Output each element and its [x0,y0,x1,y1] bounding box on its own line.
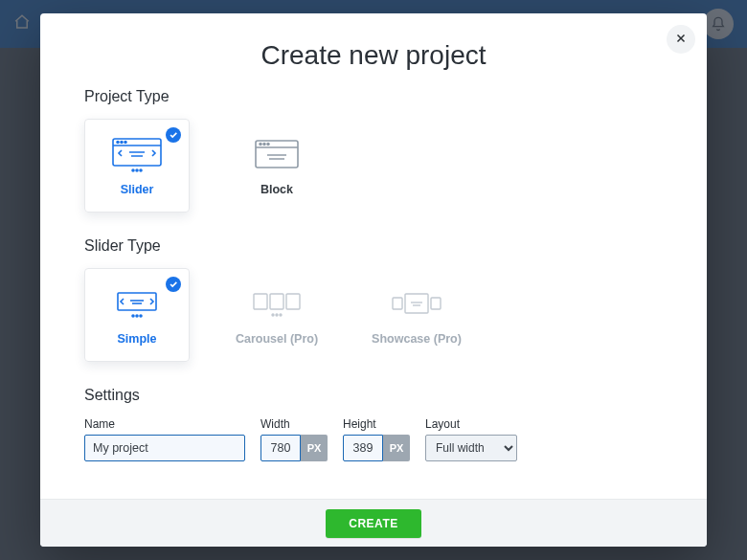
check-icon [166,277,181,292]
svg-rect-23 [254,294,267,309]
name-label: Name [84,417,245,431]
card-label: Slider [121,183,154,196]
width-field-group: Width PX [260,417,328,461]
create-project-modal: Create new project Project Type [40,13,707,547]
project-type-section: Project Type [84,88,663,213]
svg-point-21 [136,315,138,317]
slider-icon [111,135,163,175]
modal-body: Create new project Project Type [40,13,707,499]
svg-point-14 [267,144,269,146]
layout-field-group: Layout Full width [425,417,517,461]
modal-footer: CREATE [40,499,707,547]
project-type-heading: Project Type [84,88,663,105]
svg-rect-24 [270,294,283,309]
svg-rect-31 [431,298,441,309]
svg-point-8 [136,169,138,171]
name-input[interactable] [84,435,245,461]
carousel-icon [250,284,304,325]
slider-type-section: Slider Type Simple [84,237,663,362]
settings-row: Name Width PX Height PX [84,417,663,461]
width-input[interactable] [260,435,301,461]
close-icon [675,31,687,48]
slider-type-option-carousel[interactable]: Carousel (Pro) [224,268,329,362]
svg-point-9 [140,169,142,171]
slider-type-options: Simple Carousel (Pro) [84,268,663,362]
card-label: Carousel (Pro) [236,332,318,346]
slider-type-option-simple[interactable]: Simple [84,268,190,362]
svg-point-12 [260,144,261,146]
settings-heading: Settings [84,387,663,404]
svg-point-28 [280,314,282,316]
svg-rect-17 [118,293,156,310]
showcase-icon [389,284,444,325]
width-label: Width [260,417,328,431]
width-unit[interactable]: PX [301,435,328,461]
project-type-option-slider[interactable]: Slider [84,119,190,213]
svg-point-22 [140,315,142,317]
project-type-options: Slider Block [84,119,663,213]
height-input[interactable] [343,435,383,461]
svg-point-4 [124,142,126,144]
svg-rect-29 [393,298,402,309]
svg-point-20 [132,315,134,317]
close-button[interactable] [667,25,695,54]
height-unit[interactable]: PX [383,435,410,461]
svg-point-2 [117,142,119,144]
height-field-group: Height PX [343,417,410,461]
svg-rect-25 [286,294,300,309]
svg-point-7 [132,169,134,171]
svg-point-3 [121,142,123,144]
svg-point-13 [263,144,265,146]
check-icon [166,127,181,143]
slider-type-option-showcase[interactable]: Showcase (Pro) [364,268,469,362]
layout-select[interactable]: Full width [425,435,517,461]
height-label: Height [343,417,410,431]
block-icon [254,135,300,175]
settings-section: Settings Name Width PX Height [84,387,663,461]
create-button[interactable]: CREATE [326,509,420,538]
layout-label: Layout [425,417,517,431]
card-label: Simple [118,332,157,346]
name-field-group: Name [84,417,245,461]
card-label: Block [260,183,293,196]
project-type-option-block[interactable]: Block [224,119,329,213]
svg-point-26 [272,314,274,316]
modal-title: Create new project [84,40,663,71]
simple-icon [112,284,162,325]
svg-point-27 [276,314,278,316]
card-label: Showcase (Pro) [372,332,462,346]
svg-rect-30 [405,294,428,313]
slider-type-heading: Slider Type [84,237,663,255]
